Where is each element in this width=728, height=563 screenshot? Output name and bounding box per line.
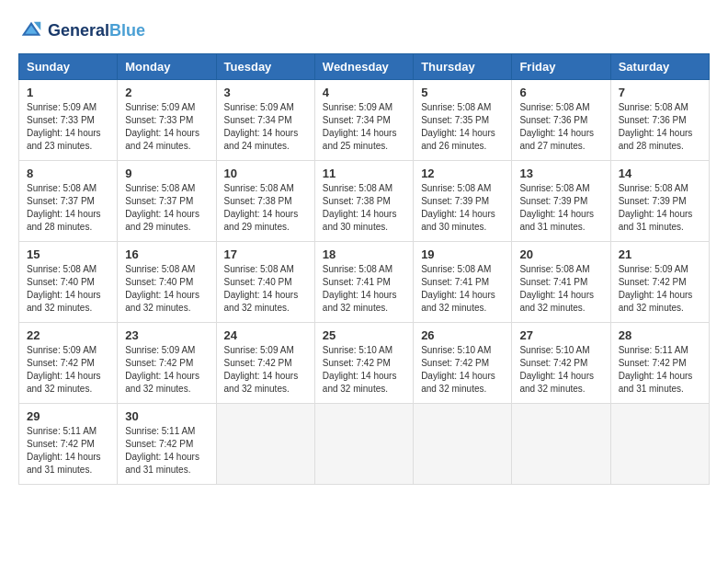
day-info: Sunrise: 5:08 AM Sunset: 7:40 PM Dayligh…	[125, 263, 208, 315]
day-cell-6: 6 Sunrise: 5:08 AM Sunset: 7:36 PM Dayli…	[512, 80, 610, 161]
day-number: 27	[519, 328, 602, 342]
empty-cell	[216, 404, 314, 485]
day-cell-12: 12 Sunrise: 5:08 AM Sunset: 7:39 PM Dayl…	[414, 161, 512, 242]
day-cell-8: 8 Sunrise: 5:08 AM Sunset: 7:37 PM Dayli…	[19, 161, 118, 242]
day-cell-17: 17 Sunrise: 5:08 AM Sunset: 7:40 PM Dayl…	[216, 242, 314, 323]
day-info: Sunrise: 5:08 AM Sunset: 7:38 PM Dayligh…	[224, 182, 307, 234]
day-info: Sunrise: 5:11 AM Sunset: 7:42 PM Dayligh…	[27, 425, 109, 477]
day-number: 16	[125, 247, 208, 261]
day-info: Sunrise: 5:09 AM Sunset: 7:42 PM Dayligh…	[125, 344, 208, 396]
day-info: Sunrise: 5:09 AM Sunset: 7:34 PM Dayligh…	[224, 101, 307, 153]
day-number: 6	[519, 86, 602, 99]
logo-text: GeneralBlue	[48, 22, 145, 40]
day-number: 2	[125, 86, 208, 99]
logo: GeneralBlue	[18, 18, 145, 44]
day-cell-27: 27 Sunrise: 5:10 AM Sunset: 7:42 PM Dayl…	[512, 323, 610, 404]
header-saturday: Saturday	[610, 54, 709, 80]
day-info: Sunrise: 5:09 AM Sunset: 7:33 PM Dayligh…	[125, 101, 208, 153]
day-number: 7	[619, 86, 701, 99]
day-number: 10	[224, 167, 307, 180]
day-cell-22: 22 Sunrise: 5:09 AM Sunset: 7:42 PM Dayl…	[19, 323, 118, 404]
empty-cell	[610, 404, 709, 485]
day-number: 20	[519, 247, 602, 261]
day-cell-18: 18 Sunrise: 5:08 AM Sunset: 7:41 PM Dayl…	[314, 242, 413, 323]
day-cell-15: 15 Sunrise: 5:08 AM Sunset: 7:40 PM Dayl…	[19, 242, 118, 323]
day-cell-11: 11 Sunrise: 5:08 AM Sunset: 7:38 PM Dayl…	[314, 161, 413, 242]
day-number: 13	[519, 167, 602, 180]
day-info: Sunrise: 5:08 AM Sunset: 7:40 PM Dayligh…	[27, 263, 109, 315]
day-info: Sunrise: 5:08 AM Sunset: 7:38 PM Dayligh…	[323, 182, 405, 234]
week-row-1: 1 Sunrise: 5:09 AM Sunset: 7:33 PM Dayli…	[19, 80, 710, 161]
day-number: 11	[323, 167, 405, 180]
day-cell-3: 3 Sunrise: 5:09 AM Sunset: 7:34 PM Dayli…	[216, 80, 314, 161]
day-number: 8	[27, 167, 109, 180]
day-info: Sunrise: 5:09 AM Sunset: 7:42 PM Dayligh…	[619, 263, 701, 315]
empty-cell	[512, 404, 610, 485]
day-number: 26	[421, 328, 504, 342]
page-header: GeneralBlue	[18, 18, 710, 44]
day-number: 25	[323, 328, 405, 342]
day-number: 23	[125, 328, 208, 342]
day-info: Sunrise: 5:10 AM Sunset: 7:42 PM Dayligh…	[519, 344, 602, 396]
day-info: Sunrise: 5:11 AM Sunset: 7:42 PM Dayligh…	[619, 344, 701, 396]
day-cell-14: 14 Sunrise: 5:08 AM Sunset: 7:39 PM Dayl…	[610, 161, 709, 242]
day-cell-16: 16 Sunrise: 5:08 AM Sunset: 7:40 PM Dayl…	[118, 242, 216, 323]
day-info: Sunrise: 5:08 AM Sunset: 7:36 PM Dayligh…	[519, 101, 602, 153]
day-info: Sunrise: 5:08 AM Sunset: 7:40 PM Dayligh…	[224, 263, 307, 315]
day-number: 15	[27, 247, 109, 261]
week-row-5: 29 Sunrise: 5:11 AM Sunset: 7:42 PM Dayl…	[19, 404, 710, 485]
day-info: Sunrise: 5:08 AM Sunset: 7:37 PM Dayligh…	[27, 182, 109, 234]
day-number: 24	[224, 328, 307, 342]
day-number: 9	[125, 167, 208, 180]
day-number: 30	[125, 409, 208, 423]
day-info: Sunrise: 5:09 AM Sunset: 7:42 PM Dayligh…	[224, 344, 307, 396]
day-cell-28: 28 Sunrise: 5:11 AM Sunset: 7:42 PM Dayl…	[610, 323, 709, 404]
day-cell-10: 10 Sunrise: 5:08 AM Sunset: 7:38 PM Dayl…	[216, 161, 314, 242]
day-cell-23: 23 Sunrise: 5:09 AM Sunset: 7:42 PM Dayl…	[118, 323, 216, 404]
day-cell-29: 29 Sunrise: 5:11 AM Sunset: 7:42 PM Dayl…	[19, 404, 118, 485]
day-number: 22	[27, 328, 109, 342]
day-cell-24: 24 Sunrise: 5:09 AM Sunset: 7:42 PM Dayl…	[216, 323, 314, 404]
day-info: Sunrise: 5:11 AM Sunset: 7:42 PM Dayligh…	[125, 425, 208, 477]
day-number: 29	[27, 409, 109, 423]
day-cell-26: 26 Sunrise: 5:10 AM Sunset: 7:42 PM Dayl…	[414, 323, 512, 404]
day-cell-9: 9 Sunrise: 5:08 AM Sunset: 7:37 PM Dayli…	[118, 161, 216, 242]
header-sunday: Sunday	[19, 54, 118, 80]
day-cell-4: 4 Sunrise: 5:09 AM Sunset: 7:34 PM Dayli…	[314, 80, 413, 161]
week-row-2: 8 Sunrise: 5:08 AM Sunset: 7:37 PM Dayli…	[19, 161, 710, 242]
day-info: Sunrise: 5:08 AM Sunset: 7:37 PM Dayligh…	[125, 182, 208, 234]
day-info: Sunrise: 5:08 AM Sunset: 7:41 PM Dayligh…	[323, 263, 405, 315]
day-number: 3	[224, 86, 307, 99]
day-cell-21: 21 Sunrise: 5:09 AM Sunset: 7:42 PM Dayl…	[610, 242, 709, 323]
day-info: Sunrise: 5:08 AM Sunset: 7:36 PM Dayligh…	[619, 101, 701, 153]
week-row-3: 15 Sunrise: 5:08 AM Sunset: 7:40 PM Dayl…	[19, 242, 710, 323]
header-thursday: Thursday	[414, 54, 512, 80]
calendar-table: SundayMondayTuesdayWednesdayThursdayFrid…	[18, 53, 710, 485]
day-cell-5: 5 Sunrise: 5:08 AM Sunset: 7:35 PM Dayli…	[414, 80, 512, 161]
day-number: 21	[619, 247, 701, 261]
day-cell-25: 25 Sunrise: 5:10 AM Sunset: 7:42 PM Dayl…	[314, 323, 413, 404]
header-friday: Friday	[512, 54, 610, 80]
day-number: 19	[421, 247, 504, 261]
day-number: 18	[323, 247, 405, 261]
day-number: 17	[224, 247, 307, 261]
logo-icon	[18, 18, 44, 44]
day-number: 1	[27, 86, 109, 99]
day-info: Sunrise: 5:08 AM Sunset: 7:39 PM Dayligh…	[421, 182, 504, 234]
day-info: Sunrise: 5:09 AM Sunset: 7:33 PM Dayligh…	[27, 101, 109, 153]
day-number: 14	[619, 167, 701, 180]
header-tuesday: Tuesday	[216, 54, 314, 80]
day-cell-1: 1 Sunrise: 5:09 AM Sunset: 7:33 PM Dayli…	[19, 80, 118, 161]
day-info: Sunrise: 5:08 AM Sunset: 7:35 PM Dayligh…	[421, 101, 504, 153]
day-info: Sunrise: 5:08 AM Sunset: 7:39 PM Dayligh…	[619, 182, 701, 234]
day-cell-7: 7 Sunrise: 5:08 AM Sunset: 7:36 PM Dayli…	[610, 80, 709, 161]
day-info: Sunrise: 5:09 AM Sunset: 7:34 PM Dayligh…	[323, 101, 405, 153]
day-number: 28	[619, 328, 701, 342]
day-cell-13: 13 Sunrise: 5:08 AM Sunset: 7:39 PM Dayl…	[512, 161, 610, 242]
day-number: 12	[421, 167, 504, 180]
day-cell-19: 19 Sunrise: 5:08 AM Sunset: 7:41 PM Dayl…	[414, 242, 512, 323]
day-info: Sunrise: 5:08 AM Sunset: 7:39 PM Dayligh…	[519, 182, 602, 234]
empty-cell	[414, 404, 512, 485]
day-number: 4	[323, 86, 405, 99]
day-cell-20: 20 Sunrise: 5:08 AM Sunset: 7:41 PM Dayl…	[512, 242, 610, 323]
